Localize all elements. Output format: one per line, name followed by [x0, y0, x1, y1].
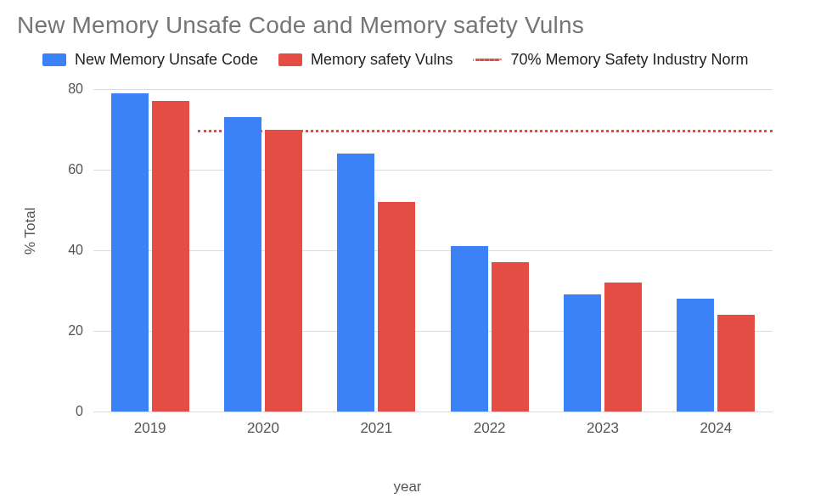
legend-label-reference: 70% Memory Safety Industry Norm — [510, 51, 748, 69]
bar-2019-unsafe-code — [111, 93, 149, 412]
x-label-2023: 2023 — [587, 420, 619, 437]
bar-2023-vulns — [604, 283, 642, 412]
gridline-20 — [93, 331, 773, 332]
bar-2020-vulns — [265, 130, 302, 412]
bar-2019-vulns — [152, 101, 189, 412]
y-tick-0: 0 — [49, 404, 83, 419]
bar-2024-unsafe-code — [677, 299, 714, 412]
legend-swatch-dotted — [473, 59, 502, 61]
x-axis-labels: 2019 2020 2021 2022 2023 2024 — [93, 420, 773, 445]
gridline-60 — [93, 170, 773, 171]
gridline-40 — [93, 250, 773, 251]
bar-2022-vulns — [492, 262, 529, 412]
bar-2023-unsafe-code — [564, 294, 601, 412]
legend-label-series-1: Memory safety Vulns — [311, 51, 452, 69]
bar-2020-unsafe-code — [224, 117, 261, 412]
bar-2022-unsafe-code — [451, 246, 488, 412]
legend-swatch-red — [278, 53, 302, 66]
plot-area: 0 20 40 60 80 — [93, 85, 773, 433]
legend-swatch-blue — [42, 53, 66, 66]
legend-item-reference: 70% Memory Safety Industry Norm — [473, 51, 748, 69]
x-axis-title: year — [0, 479, 815, 496]
chart-container: New Memory Unsafe Code and Memory safety… — [0, 0, 815, 504]
x-label-2021: 2021 — [360, 420, 392, 437]
x-label-2019: 2019 — [134, 420, 166, 437]
legend-label-series-0: New Memory Unsafe Code — [75, 51, 258, 69]
bar-2021-vulns — [378, 202, 415, 412]
y-tick-40: 40 — [49, 243, 83, 258]
y-axis-title: % Total — [22, 208, 39, 255]
y-tick-80: 80 — [49, 81, 83, 97]
chart-legend: New Memory Unsafe Code Memory safety Vul… — [42, 51, 749, 69]
y-tick-60: 60 — [49, 162, 83, 177]
x-label-2022: 2022 — [474, 420, 506, 437]
legend-item-series-1: Memory safety Vulns — [278, 51, 452, 69]
y-tick-20: 20 — [49, 323, 83, 339]
x-label-2024: 2024 — [700, 420, 732, 437]
gridline-80 — [93, 89, 773, 90]
chart-title: New Memory Unsafe Code and Memory safety… — [17, 12, 584, 39]
x-label-2020: 2020 — [247, 420, 279, 437]
bar-2024-vulns — [717, 315, 755, 412]
gridline-0 — [93, 412, 773, 412]
bar-2021-unsafe-code — [337, 154, 374, 412]
plot-inner — [93, 89, 773, 412]
legend-item-series-0: New Memory Unsafe Code — [42, 51, 258, 69]
